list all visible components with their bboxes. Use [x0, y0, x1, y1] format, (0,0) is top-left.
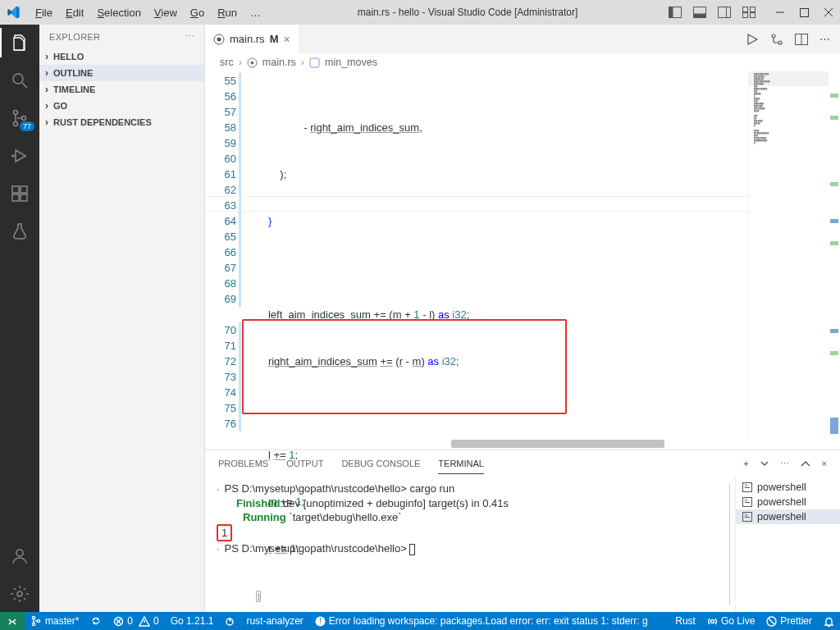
- terminal-dropdown-icon[interactable]: [760, 459, 769, 468]
- highlight-output: 1: [217, 524, 232, 541]
- minimap[interactable]: ████ ████ ███████ ██ █████████ ██████ ██…: [748, 71, 829, 440]
- menu-file[interactable]: File: [30, 3, 58, 22]
- overview-ruler[interactable]: [829, 71, 840, 440]
- close-icon[interactable]: [824, 7, 833, 17]
- maximize-icon[interactable]: [800, 8, 809, 17]
- editor-area: main.rs M × ⋯ src› main.rs› min_moves 55…: [205, 25, 840, 612]
- svg-rect-1: [669, 7, 673, 18]
- svg-rect-36: [310, 58, 319, 67]
- terminal-item[interactable]: powershell: [736, 480, 840, 495]
- explorer-more-icon[interactable]: ⋯: [185, 31, 194, 42]
- tab-main-rs[interactable]: main.rs M ×: [205, 25, 299, 53]
- svg-point-35: [250, 61, 253, 64]
- crumb-src[interactable]: src: [220, 57, 234, 68]
- sidebar-section-outline[interactable]: ›OUTLINE: [39, 65, 204, 81]
- explorer-title: EXPLORER: [49, 32, 185, 42]
- terminal-item[interactable]: powershell: [736, 495, 840, 509]
- vscode-logo-icon: [7, 6, 20, 19]
- code-editor[interactable]: - right_aim_indices_sum, ); } left_aim_i…: [244, 71, 748, 440]
- terminal-item[interactable]: powershell: [736, 509, 840, 524]
- svg-point-16: [14, 111, 18, 115]
- svg-rect-8: [743, 13, 748, 18]
- scm-badge: 77: [20, 121, 34, 131]
- maximize-panel-icon[interactable]: [801, 459, 810, 468]
- sidebar-section-rust-deps[interactable]: ›RUST DEPENDENCIES: [39, 114, 204, 130]
- accounts-activity-icon[interactable]: [10, 546, 30, 566]
- status-branch[interactable]: master*: [25, 612, 84, 630]
- sidebar-section-timeline[interactable]: ›TIMELINE: [39, 81, 204, 98]
- svg-rect-23: [12, 194, 19, 201]
- svg-point-30: [772, 34, 775, 38]
- svg-rect-11: [801, 8, 809, 16]
- toggle-panel-icon[interactable]: [693, 7, 706, 18]
- diff-icon[interactable]: [770, 33, 783, 46]
- status-prettier[interactable]: Prettier: [760, 612, 818, 630]
- menu-run[interactable]: Run: [212, 3, 243, 22]
- extensions-activity-icon[interactable]: [10, 184, 30, 203]
- settings-activity-icon[interactable]: [10, 584, 30, 604]
- svg-point-25: [16, 550, 23, 556]
- breadcrumbs[interactable]: src› main.rs› min_moves: [205, 53, 840, 71]
- terminal-list: powershell powershell powershell: [735, 477, 840, 612]
- term-bullet-icon: ◦: [217, 485, 220, 494]
- svg-rect-3: [694, 14, 706, 18]
- status-go-version[interactable]: Go 1.21.1: [165, 612, 220, 630]
- tab-dirty-indicator: M: [270, 33, 279, 45]
- terminal-icon: [742, 497, 752, 507]
- tab-close-icon[interactable]: ×: [283, 33, 290, 46]
- terminal-scrollbar[interactable]: [729, 483, 730, 605]
- rust-file-icon: [247, 57, 258, 68]
- svg-point-18: [22, 116, 26, 121]
- terminal-icon: [742, 482, 752, 492]
- rust-file-icon: [213, 34, 225, 45]
- status-sync[interactable]: [84, 612, 107, 630]
- svg-point-17: [14, 122, 18, 126]
- terminal-cursor: [409, 544, 415, 555]
- remote-indicator[interactable]: [0, 612, 25, 630]
- explorer-sidebar: EXPLORER ⋯ ›HELLO ›OUTLINE ›TIMELINE ›GO…: [39, 25, 205, 612]
- svg-point-31: [778, 41, 782, 44]
- menu-view[interactable]: View: [148, 3, 183, 22]
- status-go-update[interactable]: [219, 612, 240, 630]
- search-activity-icon[interactable]: [10, 71, 30, 90]
- run-debug-activity-icon[interactable]: [10, 146, 30, 166]
- menu-go[interactable]: Go: [185, 3, 210, 22]
- status-warnings[interactable]: 0: [139, 612, 165, 630]
- symbol-function-icon: [309, 57, 320, 68]
- close-panel-icon[interactable]: ×: [822, 459, 827, 468]
- terminal[interactable]: ◦PS D:\mysetup\gopath\rustcode\hello> ca…: [205, 477, 735, 612]
- menu-overflow[interactable]: …: [244, 3, 267, 22]
- minimize-icon[interactable]: [775, 7, 785, 17]
- menu-selection[interactable]: Selection: [91, 3, 146, 22]
- menu-edit[interactable]: Edit: [60, 3, 89, 22]
- crumb-symbol[interactable]: min_moves: [325, 57, 377, 68]
- svg-rect-9: [751, 13, 756, 18]
- crumb-file[interactable]: main.rs: [262, 57, 296, 68]
- toggle-primary-sidebar-icon[interactable]: [669, 7, 682, 18]
- run-file-icon[interactable]: [746, 33, 759, 46]
- svg-rect-5: [727, 7, 731, 18]
- svg-marker-29: [748, 34, 757, 44]
- sidebar-section-hello[interactable]: ›HELLO: [39, 48, 204, 65]
- term-bullet-icon: ◦: [217, 545, 220, 554]
- svg-rect-24: [21, 194, 27, 201]
- menu-bar: File Edit Selection View Go Run …: [30, 3, 267, 22]
- line-number-gutter: 5556575859606162636465666768697071727374…: [205, 71, 244, 440]
- panel-more-icon[interactable]: ⋯: [780, 459, 789, 469]
- testing-activity-icon[interactable]: [10, 221, 30, 241]
- svg-rect-22: [21, 186, 27, 193]
- svg-point-20: [12, 155, 14, 157]
- split-editor-icon[interactable]: [795, 34, 808, 45]
- svg-rect-21: [12, 186, 19, 193]
- toggle-secondary-sidebar-icon[interactable]: [718, 7, 731, 18]
- sidebar-section-go[interactable]: ›GO: [39, 98, 204, 114]
- svg-point-14: [13, 74, 23, 84]
- explorer-activity-icon[interactable]: [10, 33, 30, 52]
- svg-line-48: [769, 619, 774, 624]
- window-title: main.rs - hello - Visual Studio Code [Ad…: [267, 7, 669, 18]
- status-errors[interactable]: 0: [107, 612, 139, 630]
- source-control-activity-icon[interactable]: 77: [10, 108, 30, 128]
- editor-more-icon[interactable]: ⋯: [819, 33, 830, 45]
- customize-layout-icon[interactable]: [742, 7, 756, 18]
- status-notifications-icon[interactable]: [818, 612, 840, 630]
